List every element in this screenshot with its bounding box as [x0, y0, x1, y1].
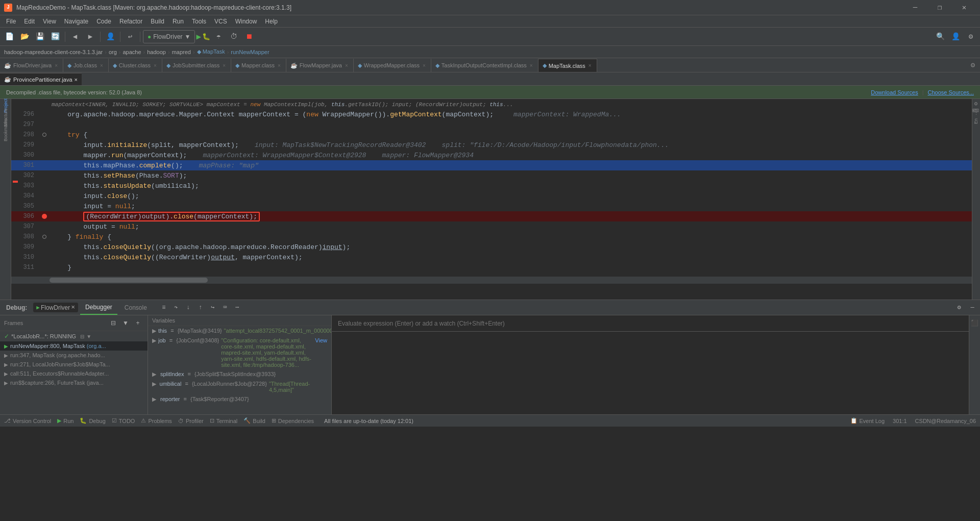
- var-reporter-expand[interactable]: ▶: [152, 396, 158, 403]
- bc-apache[interactable]: apache: [122, 49, 141, 55]
- menu-build[interactable]: Build: [146, 15, 168, 28]
- var-job-expand[interactable]: ▶: [152, 337, 156, 344]
- add-frame-btn[interactable]: +: [132, 317, 143, 329]
- menu-help[interactable]: Help: [261, 15, 282, 28]
- menu-run[interactable]: Run: [168, 15, 188, 28]
- toolbar-new[interactable]: 📄: [2, 30, 16, 44]
- sidebar-bookmarks-icon[interactable]: Bookmarks: [1, 126, 10, 135]
- stop-button[interactable]: ⏹: [242, 30, 256, 44]
- frame-running[interactable]: ✓ *LocalJobR...*: RUNNING ⊟ ▼: [0, 331, 148, 341]
- run-button[interactable]: ▶: [196, 32, 201, 42]
- settings-icon[interactable]: ⚙: [964, 30, 978, 44]
- tab-maptask-class[interactable]: ◆ MapTask.class ×: [538, 59, 597, 72]
- coverage-button[interactable]: ☂: [211, 30, 226, 44]
- var-job-view[interactable]: View: [315, 337, 327, 343]
- tab-mapper-class[interactable]: ◆ Mapper.class ×: [231, 59, 286, 72]
- toolbar-back[interactable]: ◀: [68, 30, 82, 44]
- tab-close-mapper[interactable]: ×: [277, 63, 282, 68]
- status-todo[interactable]: ☑ TODO: [112, 417, 135, 424]
- tab-job-class[interactable]: ◆ Job.class ×: [63, 59, 109, 72]
- toolbar-undo[interactable]: ↩: [123, 30, 137, 44]
- tab-jobsubmitter-class[interactable]: ◆ JobSubmitter.class ×: [162, 59, 231, 72]
- toolbar-open[interactable]: 📂: [17, 30, 32, 44]
- menu-tools[interactable]: Tools: [188, 15, 210, 28]
- debug-button[interactable]: 🐛: [202, 33, 210, 41]
- menu-refactor[interactable]: Refactor: [115, 15, 146, 28]
- tab-close-pp[interactable]: ×: [75, 77, 78, 83]
- debug-minimize[interactable]: ─: [967, 302, 978, 313]
- menu-view[interactable]: View: [39, 15, 60, 28]
- tab-settings-button[interactable]: ⚙: [966, 58, 980, 72]
- tab-taskinputoutputcontextimpl-class[interactable]: ◆ TaskInputOutputContextImpl.class ×: [431, 59, 538, 72]
- bc-runnewmapper[interactable]: runNewMapper: [231, 49, 269, 55]
- status-terminal[interactable]: ⊡ Terminal: [210, 417, 238, 424]
- debug-frames-btn[interactable]: ≡: [158, 302, 169, 313]
- maximize-button[interactable]: ❐: [928, 0, 951, 15]
- tab-close-wrappedmapper[interactable]: ×: [422, 63, 427, 68]
- frame-call-511[interactable]: ▶ call:511, Executors$RunnableAdapter...: [0, 369, 148, 378]
- bc-org[interactable]: org: [109, 49, 117, 55]
- tab-provincepartitioner-java[interactable]: ☕ ProvincePartitioner.java ×: [0, 73, 82, 85]
- minimize-button[interactable]: ─: [903, 0, 927, 15]
- toolbar-user[interactable]: 👤: [103, 30, 117, 44]
- status-run[interactable]: ▶ Run: [57, 417, 74, 424]
- horizontal-scrollbar[interactable]: [11, 277, 972, 284]
- status-git[interactable]: ⎇ Version Control: [4, 417, 51, 424]
- menu-file[interactable]: File: [2, 15, 20, 28]
- debug-close-session[interactable]: ×: [71, 304, 75, 311]
- var-this-expand[interactable]: ▶: [152, 328, 156, 334]
- bc-mapred[interactable]: mapred: [172, 49, 191, 55]
- tab-wrappedmapper-class[interactable]: ◆ WrappedMapper.class ×: [354, 59, 431, 72]
- tab-cluster-class[interactable]: ◆ Cluster.class ×: [109, 59, 162, 72]
- toolbar-save[interactable]: 💾: [33, 30, 47, 44]
- status-debug[interactable]: 🐛 Debug: [80, 417, 105, 424]
- menu-navigate[interactable]: Navigate: [60, 15, 92, 28]
- debug-evaluate[interactable]: ⌨: [219, 302, 231, 313]
- debug-run-cursor[interactable]: ↪: [207, 302, 218, 313]
- menu-window[interactable]: Window: [231, 15, 261, 28]
- bc-maptask[interactable]: ◆ MapTask: [197, 48, 225, 55]
- download-sources-link[interactable]: Download Sources: [871, 89, 918, 95]
- status-problems[interactable]: ⚠ Problems: [141, 417, 172, 424]
- tab-close-flowmapper[interactable]: ×: [344, 63, 349, 68]
- close-button[interactable]: ✕: [952, 0, 976, 15]
- status-eventlog[interactable]: 📋 Event Log: [850, 417, 885, 424]
- frame-run-347[interactable]: ▶ run:347, MapTask (org.apache.hado...: [0, 351, 148, 360]
- right-sidebar-label[interactable]: En ：⌨ ⚙: [973, 101, 979, 124]
- frames-dropdown[interactable]: ▼: [120, 317, 131, 329]
- tab-close-taskio[interactable]: ×: [529, 63, 534, 68]
- frame-run-266[interactable]: ▶ run$$capture:266, FutureTask (java...: [0, 378, 148, 387]
- frame-run-271[interactable]: ▶ run:271, LocalJobRunner$Job$MapTa...: [0, 360, 148, 369]
- search-everywhere[interactable]: 🔍: [933, 30, 947, 44]
- frame-runnewmapper[interactable]: ▶ runNewMapper:800, MapTask (org.a...: [0, 341, 148, 351]
- status-build[interactable]: 🔨 Build: [243, 417, 265, 424]
- bc-hadoop[interactable]: hadoop: [147, 49, 166, 55]
- tab-close-job[interactable]: ×: [99, 63, 104, 68]
- choose-sources-link[interactable]: Choose Sources...: [928, 89, 974, 95]
- debug-tab-debugger[interactable]: Debugger: [80, 301, 117, 315]
- debug-step-into[interactable]: ↓: [183, 302, 194, 313]
- profile-button[interactable]: ⏱: [227, 30, 241, 44]
- filter-frames-btn[interactable]: ⊟: [108, 317, 119, 329]
- status-dependencies[interactable]: ⊞ Dependencies: [272, 417, 314, 424]
- debug-step-over[interactable]: ↷: [170, 302, 182, 313]
- tab-flowmapper-java[interactable]: ☕ FlowMapper.java ×: [286, 59, 354, 72]
- tab-close-flowdriver[interactable]: ×: [54, 63, 59, 68]
- toolbar-refresh[interactable]: 🔄: [48, 30, 62, 44]
- debug-right-btn1[interactable]: ⬛: [969, 317, 981, 329]
- tab-close-cluster[interactable]: ×: [153, 63, 158, 68]
- breakpoint-306[interactable]: [42, 214, 47, 219]
- var-umbilical-expand[interactable]: ▶: [152, 381, 158, 387]
- profile-icon[interactable]: 👤: [948, 30, 963, 44]
- toolbar-forward[interactable]: ▶: [83, 30, 97, 44]
- tab-close-maptask[interactable]: ×: [587, 63, 593, 68]
- expression-input[interactable]: [332, 315, 969, 332]
- tab-flowdriver-java[interactable]: ☕ FlowDriver.java ×: [0, 59, 63, 72]
- menu-code[interactable]: Code: [92, 15, 115, 28]
- debug-tab-console[interactable]: Console: [119, 301, 152, 315]
- tab-close-jobsubmitter[interactable]: ×: [222, 63, 227, 68]
- var-splitindex-expand[interactable]: ▶: [152, 371, 158, 378]
- status-profiler[interactable]: ⏱ Profiler: [178, 418, 204, 424]
- debug-settings[interactable]: ⚙: [953, 302, 965, 313]
- debug-more[interactable]: ⋯: [232, 302, 243, 313]
